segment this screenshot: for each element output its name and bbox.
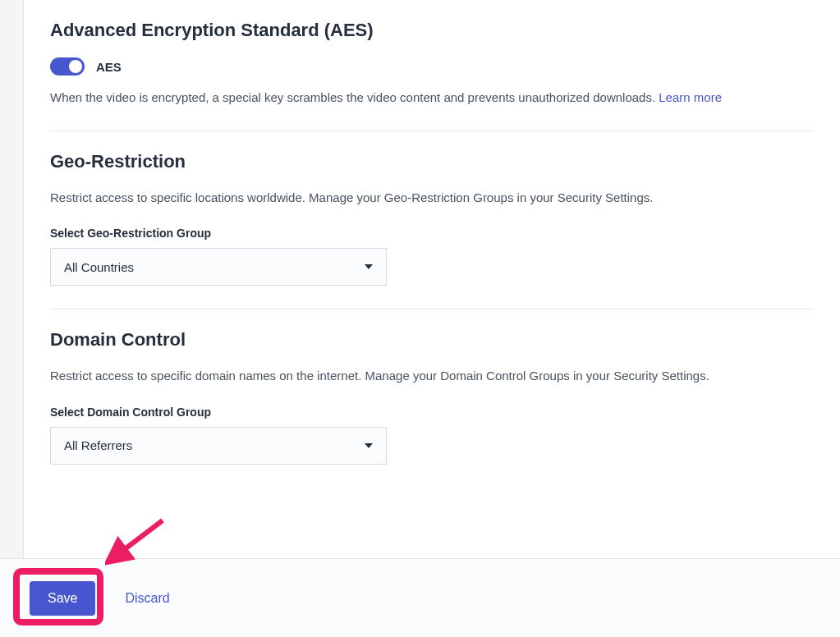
aes-section: Advanced Encryption Standard (AES) AES W…: [50, 0, 814, 131]
chevron-down-icon: [365, 264, 373, 269]
aes-title: Advanced Encryption Standard (AES): [50, 20, 814, 41]
geo-restriction-section: Geo-Restriction Restrict access to speci…: [50, 131, 814, 309]
save-button[interactable]: Save: [30, 581, 95, 616]
domain-title: Domain Control: [50, 329, 814, 351]
domain-control-select[interactable]: All Referrers: [50, 427, 387, 465]
settings-panel: Advanced Encryption Standard (AES) AES W…: [23, 0, 840, 558]
geo-field-label: Select Geo-Restriction Group: [50, 227, 814, 240]
domain-select-value: All Referrers: [64, 438, 132, 452]
geo-description: Restrict access to specific locations wo…: [50, 189, 814, 208]
aes-learn-more-link[interactable]: Learn more: [659, 90, 722, 104]
aes-description-text: When the video is encrypted, a special k…: [50, 90, 655, 104]
footer-bar: Save Discard: [0, 558, 840, 637]
geo-restriction-select[interactable]: All Countries: [50, 248, 387, 286]
aes-toggle-label: AES: [96, 60, 122, 74]
domain-description: Restrict access to specific domain names…: [50, 367, 814, 386]
domain-control-section: Domain Control Restrict access to specif…: [50, 309, 814, 488]
geo-title: Geo-Restriction: [50, 151, 814, 172]
aes-toggle-row: AES: [50, 57, 814, 76]
domain-field-label: Select Domain Control Group: [50, 406, 814, 419]
discard-button[interactable]: Discard: [125, 591, 169, 606]
toggle-knob-icon: [69, 60, 82, 73]
aes-toggle[interactable]: [50, 57, 85, 76]
chevron-down-icon: [365, 443, 373, 448]
aes-description: When the video is encrypted, a special k…: [50, 89, 814, 108]
geo-select-value: All Countries: [64, 260, 134, 274]
